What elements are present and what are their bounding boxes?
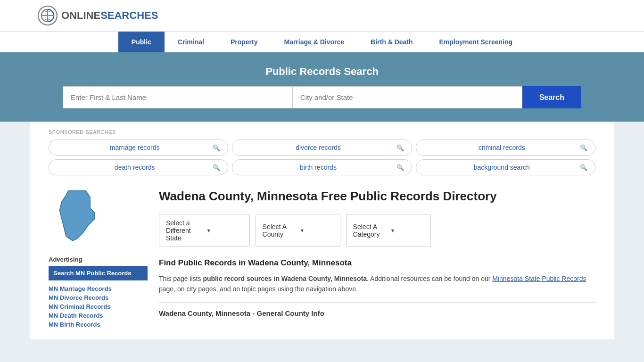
sponsored-link-divorce[interactable]: divorce records — [240, 144, 396, 151]
description-text: This page lists public record sources in… — [159, 273, 595, 295]
search-icon-divorce: 🔍 — [396, 144, 404, 151]
nav-birth-death[interactable]: Birth & Death — [357, 32, 426, 52]
hero-title: Public Records Search — [38, 66, 606, 78]
category-dropdown[interactable]: Select A Category ▼ — [346, 214, 431, 247]
sponsored-link-marriage[interactable]: marriage records — [57, 144, 213, 151]
location-input[interactable] — [292, 86, 522, 108]
nav-marriage-divorce[interactable]: Marriage & Divorce — [271, 32, 357, 52]
state-dropdown[interactable]: Select a Different State ▼ — [159, 214, 250, 247]
sponsored-label: SPONSORED SEARCHES — [49, 129, 595, 135]
svg-marker-3 — [59, 191, 94, 241]
sidebar-ad-box[interactable]: Search MN Public Records — [49, 266, 148, 280]
sidebar-link-mn-criminal[interactable]: MN Criminal Records — [49, 303, 148, 310]
page-title: Wadena County, Minnesota Free Public Rec… — [159, 189, 595, 205]
search-bar: Search — [63, 86, 581, 108]
chevron-down-icon-2: ▼ — [300, 228, 333, 233]
search-icon-criminal: 🔍 — [580, 144, 587, 151]
sponsored-item-birth[interactable]: birth records 🔍 — [232, 159, 412, 175]
chevron-down-icon: ▼ — [206, 228, 242, 233]
sponsored-grid: marriage records 🔍 divorce records 🔍 cri… — [49, 140, 595, 175]
name-input[interactable] — [63, 86, 292, 108]
county-info-heading: Wadena County, Minnesota - General Count… — [159, 302, 595, 317]
sponsored-section: SPONSORED SEARCHES marriage records 🔍 di… — [49, 122, 595, 179]
main-nav: Public Criminal Property Marriage & Divo… — [0, 31, 644, 52]
site-header: ONLINESEARCHES — [0, 0, 644, 31]
sidebar-link-mn-birth[interactable]: MN Birth Records — [49, 321, 148, 328]
mn-records-link[interactable]: Minnesota State Public Records — [492, 275, 586, 282]
sidebar-link-mn-marriage[interactable]: MN Marriage Records — [49, 285, 148, 292]
main-wrapper: SPONSORED SEARCHES marriage records 🔍 di… — [30, 122, 614, 339]
sponsored-item-divorce[interactable]: divorce records 🔍 — [232, 140, 412, 156]
chevron-down-icon-3: ▼ — [390, 228, 424, 233]
main-content: Wadena County, Minnesota Free Public Rec… — [159, 189, 595, 330]
sidebar: Advertising Search MN Public Records MN … — [49, 189, 148, 330]
sponsored-link-background[interactable]: background search — [424, 164, 580, 171]
nav-property[interactable]: Property — [217, 32, 271, 52]
search-button[interactable]: Search — [522, 86, 581, 108]
sidebar-map — [49, 189, 148, 247]
minnesota-map — [49, 189, 110, 245]
county-dropdown[interactable]: Select A County ▼ — [256, 214, 340, 247]
sidebar-ad-label: Advertising — [49, 256, 148, 263]
sidebar-links: MN Marriage Records MN Divorce Records M… — [49, 285, 148, 328]
search-icon-marriage: 🔍 — [213, 144, 220, 151]
search-icon-birth: 🔍 — [396, 164, 404, 171]
search-icon-death: 🔍 — [213, 164, 220, 171]
sponsored-item-death[interactable]: death records 🔍 — [49, 159, 228, 175]
logo[interactable]: ONLINESEARCHES — [38, 6, 158, 25]
dropdowns-row: Select a Different State ▼ Select A Coun… — [159, 214, 595, 247]
search-icon-background: 🔍 — [580, 164, 587, 171]
logo-text: ONLINESEARCHES — [61, 9, 158, 22]
content-area: Advertising Search MN Public Records MN … — [49, 179, 595, 339]
nav-public[interactable]: Public — [118, 32, 165, 52]
nav-employment[interactable]: Employment Screening — [426, 32, 526, 52]
sponsored-link-criminal[interactable]: criminal records — [424, 144, 580, 151]
sponsored-item-criminal[interactable]: criminal records 🔍 — [416, 140, 595, 156]
find-heading: Find Public Records in Wadena County, Mi… — [159, 258, 595, 268]
sponsored-link-birth[interactable]: birth records — [240, 164, 396, 171]
sponsored-item-background[interactable]: background search 🔍 — [416, 159, 595, 175]
nav-criminal[interactable]: Criminal — [165, 32, 217, 52]
logo-icon — [38, 6, 58, 25]
sidebar-link-mn-death[interactable]: MN Death Records — [49, 312, 148, 319]
sponsored-item-marriage[interactable]: marriage records 🔍 — [49, 140, 228, 156]
sponsored-link-death[interactable]: death records — [57, 164, 213, 171]
hero-section: Public Records Search Search — [0, 52, 644, 122]
sidebar-link-mn-divorce[interactable]: MN Divorce Records — [49, 294, 148, 301]
